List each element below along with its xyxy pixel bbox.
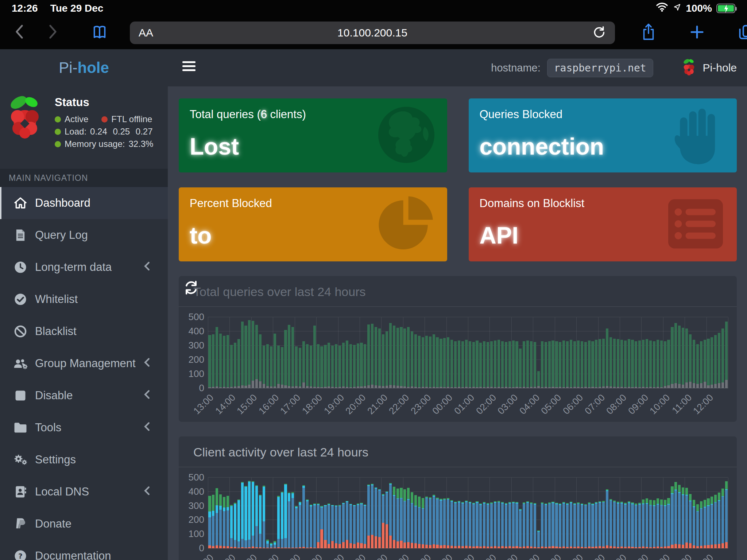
chart-bar [386,491,388,548]
domains-blocklist-card[interactable]: Domains on Blocklist API [469,187,737,261]
x-tick-label: 06:00 [561,392,585,417]
chart-bar [331,346,334,388]
users-gear-icon [13,358,28,369]
sidebar: Status Active FTL offline Load: 0.24 0.2… [0,86,168,560]
x-tick-label: 16:00 [256,392,281,417]
sidebar-item-blacklist[interactable]: Blacklist [0,315,168,347]
battery-icon [716,4,735,13]
chart-bar [487,342,489,388]
sidebar-item-dashboard[interactable]: Dashboard [0,187,168,219]
x-tick-label: 02:00 [474,392,499,417]
stop-icon [13,390,28,401]
chart-bar [617,502,619,548]
x-tick-label: 20:00 [343,392,368,417]
chart-bar [433,334,435,388]
total-queries-card[interactable]: Total queries (6 clients) Lost [179,98,447,172]
chart-bar [609,499,612,548]
y-tick-label: 300 [189,340,204,351]
x-tick-label: 04:00 [517,552,542,560]
x-tick-label: 10:00 [647,552,672,560]
chart-bar [407,327,410,388]
chart-bar [551,341,554,388]
total-queries-chart [208,317,728,388]
url-field[interactable]: AA 10.100.200.15 [130,22,615,44]
chart-bar [234,503,236,548]
chevron-left-icon [144,421,150,434]
chart-bar [581,341,583,388]
back-button[interactable] [13,24,26,42]
x-tick-label: 05:00 [539,392,564,417]
x-tick-label: 01:00 [452,392,477,417]
main-content: Total queries (6 clients) Lost Queries B… [168,86,747,560]
chart-bar [317,503,320,548]
chart-bar [704,340,706,388]
sidebar-item-long-term-data[interactable]: Long-term data [0,251,168,283]
y-tick-label: 500 [189,472,204,483]
x-tick-label: 03:00 [495,392,520,417]
chart-bar [505,503,507,548]
chart-bar [241,482,244,548]
chart-bar [613,339,616,389]
reading-list-icon[interactable] [91,24,108,42]
svg-text:?: ? [18,552,23,560]
chart-bar [266,344,269,388]
sidebar-item-tools[interactable]: Tools [0,412,168,444]
chart-bar [364,344,366,388]
chart-bar [302,341,305,388]
chart-bar [541,341,543,388]
y-tick-label: 200 [189,354,204,365]
new-tab-icon[interactable] [689,24,705,42]
chart-bar [714,335,717,388]
chart-bar [718,493,720,548]
active-status-label: Active [65,114,88,124]
chart-bar [570,502,572,548]
x-axis: 13:0014:0015:0016:0017:0018:0019:0020:00… [208,548,729,560]
gears-icon [13,454,28,466]
chart-bar [248,320,251,388]
hostname-value: raspberrypi.net [547,59,653,77]
sidebar-item-settings[interactable]: Settings [0,444,168,476]
chart-bar [371,324,374,388]
queries-blocked-card[interactable]: Queries Blocked connection [469,98,737,172]
chart-bar [624,341,627,388]
chart-bar [422,498,424,548]
chart-bar [212,334,214,388]
chart-bar [606,328,608,388]
tabs-icon[interactable] [738,23,747,42]
chart-bar [523,341,525,388]
sidebar-item-whitelist[interactable]: Whitelist [0,283,168,315]
chart-bar [335,505,337,548]
load-values: 0.24 0.25 0.27 [90,127,152,137]
chart-bar [291,492,294,548]
chart-bar [494,341,496,388]
chart-bar [396,489,399,548]
forward-button[interactable] [47,24,59,42]
ftl-status-label: FTL offline [111,114,152,124]
sidebar-item-group-management[interactable]: Group Management [0,347,168,380]
chart-bar [367,324,370,389]
sidebar-item-query-log[interactable]: Query Log [0,219,168,251]
chart-bar [291,327,294,388]
overlay-word: connection [480,133,604,160]
y-tick-label: 300 [189,500,204,512]
chart-bar [515,341,518,388]
percent-blocked-card[interactable]: Percent Blocked to [179,187,447,261]
sidebar-item-documentation[interactable]: ? Documentation [0,540,168,560]
y-axis: 0100200300400500 [185,478,208,548]
location-arrow-icon [673,3,681,14]
sidebar-item-disable[interactable]: Disable [0,380,168,412]
chart-bar [599,501,601,548]
chart-bar [534,503,536,548]
chart-bar [324,345,326,388]
chart-bar [223,497,225,548]
chart-bar [588,341,591,388]
chart-bar [570,340,572,388]
hostname-label: hostname: [491,62,540,74]
sidebar-item-donate[interactable]: Donate [0,508,168,540]
chart-bar [375,327,377,388]
x-tick-label: 07:00 [582,392,607,417]
share-icon[interactable] [640,23,657,43]
sidebar-toggle-button[interactable] [182,61,196,74]
sidebar-item-local-dns[interactable]: Local DNS [0,476,168,508]
globe-icon [376,104,437,167]
